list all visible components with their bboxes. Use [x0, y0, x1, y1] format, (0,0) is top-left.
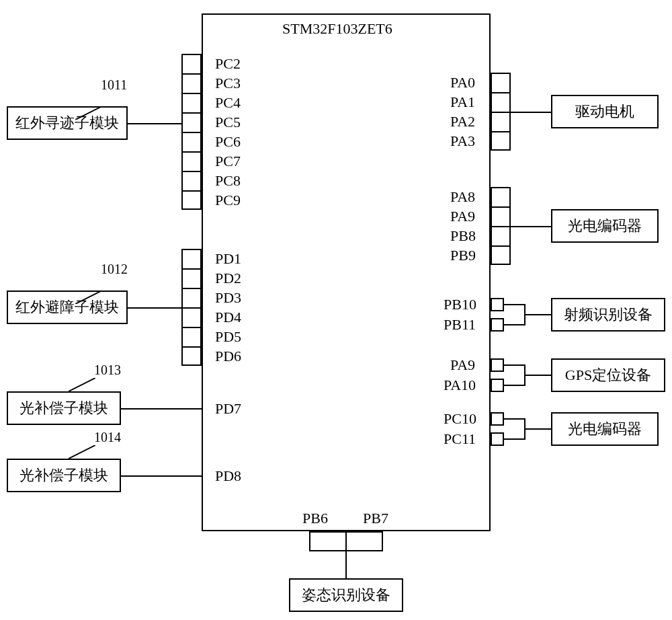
mcu-box — [202, 13, 491, 531]
encoder-b-module: 光电编码器 — [551, 412, 659, 446]
pin-pa0: PA0 — [450, 74, 475, 91]
gps-module: GPS定位设备 — [551, 358, 665, 392]
gps-connector — [524, 375, 551, 376]
drive-motor-connector — [511, 112, 551, 113]
pin-pa10: PA10 — [444, 377, 476, 394]
ir-avoid-connector — [128, 307, 181, 309]
svg-line-1 — [75, 290, 102, 304]
pc10-pad — [491, 412, 504, 426]
rfid-connector — [524, 314, 551, 315]
pin-pa9-a: PA9 — [450, 208, 475, 225]
pin-pa3: PA3 — [450, 132, 475, 150]
ir-track-module: 红外寻迹子模块 — [7, 106, 128, 140]
light-comp-a-ref: 1013 — [94, 362, 121, 378]
mcu-title: STM32F103ZET6 — [282, 20, 392, 38]
pin-pc4: PC4 — [215, 94, 241, 112]
gps-pa9-pad — [491, 358, 504, 372]
ir-track-connector — [128, 123, 181, 124]
pc11-pad — [491, 432, 504, 446]
pin-pa8: PA8 — [450, 188, 475, 206]
pin-pc10: PC10 — [444, 410, 476, 428]
posture-connector — [345, 551, 347, 578]
pin-pb8: PB8 — [450, 227, 476, 245]
rfid-module: 射频识别设备 — [551, 298, 665, 332]
pb11-pad — [491, 318, 504, 332]
pin-pd7: PD7 — [215, 400, 241, 418]
light-comp-b-connector — [121, 475, 202, 477]
pin-pc11: PC11 — [444, 430, 476, 448]
encoder-a-connector — [511, 226, 551, 227]
pin-pb6: PB6 — [302, 510, 328, 527]
encoder-a-module: 光电编码器 — [551, 209, 659, 243]
pin-pa1: PA1 — [450, 93, 475, 111]
pin-pb10: PB10 — [444, 296, 476, 313]
encoder-b-connector — [524, 428, 551, 430]
ir-avoid-module: 红外避障子模块 — [7, 290, 128, 324]
pin-pb11: PB11 — [444, 316, 476, 334]
pin-pc9: PC9 — [215, 192, 241, 209]
light-comp-b-module: 光补偿子模块 — [7, 459, 121, 492]
pin-pa9-b: PA9 — [450, 356, 475, 374]
svg-line-0 — [75, 106, 102, 120]
pin-pd6: PD6 — [215, 348, 241, 365]
pin-pc8: PC8 — [215, 172, 241, 190]
pb10-pad — [491, 298, 504, 311]
light-comp-b-ref: 1014 — [94, 430, 121, 445]
drive-motor-module: 驱动电机 — [551, 95, 659, 128]
pin-pd5: PD5 — [215, 328, 241, 346]
ir-avoid-ref: 1012 — [101, 262, 128, 277]
light-comp-a-module: 光补偿子模块 — [7, 391, 121, 425]
pin-pb7: PB7 — [363, 510, 388, 527]
posture-module: 姿态识别设备 — [289, 578, 403, 612]
pin-pd2: PD2 — [215, 270, 241, 287]
gps-pa10-pad — [491, 379, 504, 392]
svg-line-3 — [69, 445, 95, 459]
pin-pc3: PC3 — [215, 75, 241, 92]
pin-pd1: PD1 — [215, 250, 241, 268]
diagram-canvas: STM32F103ZET6 PC2 PC3 PC4 PC5 PC6 PC7 PC… — [0, 0, 672, 620]
ir-track-ref: 1011 — [101, 77, 127, 93]
pin-pa2: PA2 — [450, 113, 475, 130]
svg-line-2 — [69, 378, 95, 391]
pin-pd4: PD4 — [215, 309, 241, 326]
light-comp-a-connector — [121, 408, 202, 410]
pin-pc7: PC7 — [215, 153, 241, 170]
pin-pb9: PB9 — [450, 247, 476, 264]
pin-pc5: PC5 — [215, 114, 241, 131]
pin-pd3: PD3 — [215, 289, 241, 307]
pin-pd8: PD8 — [215, 467, 241, 485]
pin-pc2: PC2 — [215, 55, 241, 73]
pin-pc6: PC6 — [215, 133, 241, 151]
